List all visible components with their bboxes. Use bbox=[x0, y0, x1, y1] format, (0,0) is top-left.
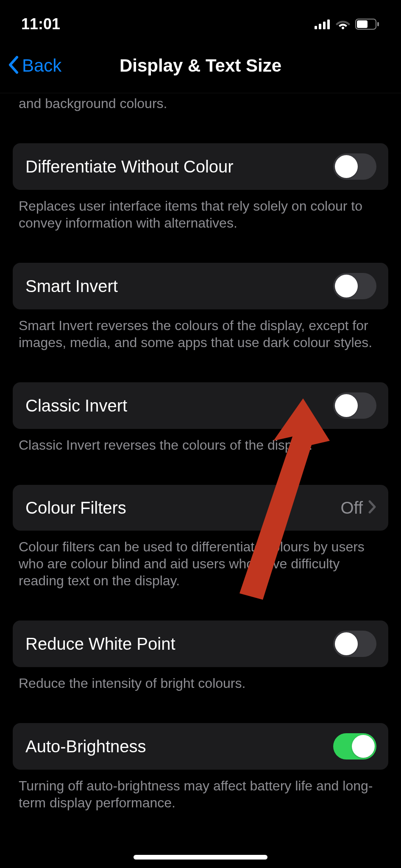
section-colour-filters: Colour Filters Off Colour filters can be… bbox=[0, 485, 401, 589]
switch-knob bbox=[352, 735, 375, 758]
row-smart-invert[interactable]: Smart Invert bbox=[13, 263, 388, 309]
status-time: 11:01 bbox=[21, 15, 60, 33]
row-reduce-white-point[interactable]: Reduce White Point bbox=[13, 620, 388, 667]
row-footer: Turning off auto-brightness may affect b… bbox=[0, 770, 401, 811]
status-bar: 11:01 bbox=[0, 0, 401, 38]
back-label: Back bbox=[22, 56, 61, 76]
svg-point-4 bbox=[342, 27, 344, 29]
svg-rect-7 bbox=[377, 22, 379, 26]
svg-rect-3 bbox=[327, 19, 330, 29]
wifi-icon bbox=[336, 19, 350, 29]
row-footer: Colour filters can be used to differenti… bbox=[0, 531, 401, 589]
switch-knob bbox=[335, 155, 358, 178]
svg-rect-1 bbox=[319, 24, 321, 29]
row-label: Auto-Brightness bbox=[25, 737, 146, 756]
home-indicator[interactable] bbox=[134, 855, 267, 860]
row-footer: Replaces user interface items that rely … bbox=[0, 190, 401, 231]
battery-icon bbox=[355, 19, 380, 30]
switch-knob bbox=[335, 632, 358, 655]
chevron-left-icon bbox=[8, 56, 20, 76]
row-label: Colour Filters bbox=[25, 498, 126, 517]
navigation-bar: Back Display & Text Size bbox=[0, 38, 401, 93]
svg-rect-6 bbox=[357, 20, 368, 28]
section-auto-brightness: Auto-Brightness Turning off auto-brightn… bbox=[0, 723, 401, 811]
row-label: Classic Invert bbox=[25, 396, 127, 415]
section-classic-invert: Classic Invert Classic Invert reverses t… bbox=[0, 382, 401, 453]
row-differentiate-without-colour[interactable]: Differentiate Without Colour bbox=[13, 143, 388, 190]
cellular-signal-icon bbox=[315, 19, 331, 29]
svg-rect-0 bbox=[315, 26, 317, 29]
smart-invert-switch[interactable] bbox=[333, 273, 376, 299]
classic-invert-switch[interactable] bbox=[333, 392, 376, 419]
row-label: Smart Invert bbox=[25, 277, 118, 296]
auto-brightness-switch[interactable] bbox=[333, 733, 376, 760]
section-smart-invert: Smart Invert Smart Invert reverses the c… bbox=[0, 263, 401, 351]
switch-knob bbox=[335, 275, 358, 298]
chevron-right-icon bbox=[368, 500, 376, 516]
status-icons-group bbox=[315, 19, 380, 30]
back-button[interactable]: Back bbox=[8, 56, 61, 76]
row-value: Off bbox=[340, 498, 363, 517]
settings-content: and background colours. Differentiate Wi… bbox=[0, 93, 401, 811]
svg-rect-2 bbox=[323, 22, 326, 29]
row-label: Differentiate Without Colour bbox=[25, 157, 234, 176]
reduce-white-point-switch[interactable] bbox=[333, 631, 376, 657]
differentiate-without-colour-switch[interactable] bbox=[333, 153, 376, 180]
row-footer: Smart Invert reverses the colours of the… bbox=[0, 309, 401, 351]
row-footer: Reduce the intensity of bright colours. bbox=[0, 667, 401, 692]
previous-section-footer: and background colours. bbox=[0, 93, 401, 112]
row-colour-filters[interactable]: Colour Filters Off bbox=[13, 485, 388, 531]
section-differentiate-without-colour: Differentiate Without Colour Replaces us… bbox=[0, 143, 401, 231]
row-classic-invert[interactable]: Classic Invert bbox=[13, 382, 388, 429]
row-footer: Classic Invert reverses the colours of t… bbox=[0, 429, 401, 453]
switch-knob bbox=[335, 394, 358, 417]
row-auto-brightness[interactable]: Auto-Brightness bbox=[13, 723, 388, 770]
row-label: Reduce White Point bbox=[25, 634, 175, 654]
section-reduce-white-point: Reduce White Point Reduce the intensity … bbox=[0, 620, 401, 692]
